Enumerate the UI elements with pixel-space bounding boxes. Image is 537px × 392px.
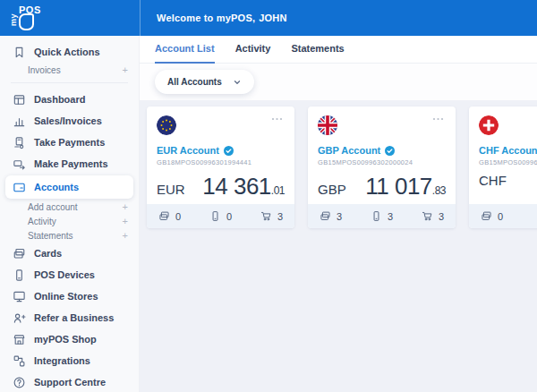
card-footer: 0 0 3 (147, 204, 294, 228)
linked-cards-stat[interactable]: 0 (481, 210, 503, 222)
sidebar-item-dashboard[interactable]: Dashboard (0, 89, 139, 110)
all-accounts-dropdown[interactable]: All Accounts (155, 70, 254, 94)
question-circle-icon (13, 376, 26, 389)
sidebar-item-mypos-shop[interactable]: myPOS Shop (0, 328, 139, 350)
sidebar-item-label: Quick Actions (34, 47, 100, 57)
sidebar-item-label: Dashboard (34, 94, 85, 105)
sidebar-item-accounts[interactable]: Accounts (5, 175, 133, 199)
linked-cards-count: 0 (498, 211, 503, 222)
accounts-panel: EUR Account GB18MPOS00996301994441 EUR 1… (140, 100, 537, 392)
card-menu-icon[interactable] (269, 115, 285, 123)
uk-flag-icon (318, 115, 337, 135)
sidebar-item-label: Integrations (34, 355, 90, 366)
sidebar-subitem-add-account[interactable]: Add account + (0, 200, 139, 214)
sidebar-item-label: Take Payments (34, 137, 105, 148)
filter-bar: All Accounts (140, 64, 537, 100)
sidebar-item-label: Online Stores (34, 291, 98, 302)
account-iban: GB15MPOS009963020 (479, 158, 537, 166)
account-card-chf: CHF Account GB15MPOS009963020 CHF (469, 107, 537, 228)
currency-label: EUR (157, 182, 185, 197)
linked-devices-count: 0 (226, 211, 232, 222)
refer-person-icon (13, 311, 26, 325)
welcome-message: Welcome to myPOS, JOHN (140, 0, 537, 36)
account-card-gbp: GBP Account GB15MPOS00996302000024 GBP 1… (308, 107, 456, 228)
sidebar-subitem-statements[interactable]: Statements + (0, 228, 139, 243)
logo-my-text: my (9, 13, 18, 26)
tab-statements[interactable]: Statements (291, 43, 344, 64)
sidebar-item-cards[interactable]: Cards (0, 243, 139, 264)
bar-chart-icon (13, 115, 26, 128)
sidebar-item-take-payments[interactable]: Take Payments (0, 132, 139, 153)
all-accounts-label: All Accounts (167, 77, 222, 87)
account-balance: 11 017.83 (365, 173, 446, 200)
welcome-username: JOHN (259, 13, 286, 23)
verified-badge-icon (224, 146, 234, 156)
tab-bar: Account List Activity Statements (140, 36, 537, 64)
linked-cards-count: 0 (175, 211, 181, 222)
pos-terminal-coin-icon (13, 136, 26, 149)
plus-icon[interactable]: + (123, 217, 128, 226)
linked-cards-stat[interactable]: 3 (320, 210, 342, 222)
pos-device-icon (13, 268, 26, 282)
sidebar-item-label: Support Centre (34, 377, 106, 388)
tab-activity[interactable]: Activity (235, 43, 271, 64)
sidebar-item-make-payments[interactable]: Make Payments (0, 153, 139, 175)
sidebar-subitem-invoices[interactable]: Invoices + (0, 63, 139, 77)
eu-flag-icon (157, 115, 176, 135)
cards-icon (158, 210, 170, 222)
balance-decimals: .83 (432, 184, 446, 197)
sidebar-item-integrations[interactable]: Integrations (0, 350, 139, 371)
integrations-icon (13, 354, 26, 368)
linked-stores-stat[interactable]: 3 (422, 210, 444, 222)
sidebar-subitem-activity[interactable]: Activity + (0, 214, 139, 228)
account-name-link[interactable]: CHF Account (479, 145, 537, 156)
cards-stack-icon (13, 247, 26, 260)
tab-account-list[interactable]: Account List (155, 43, 215, 64)
plus-icon[interactable]: + (123, 202, 128, 212)
sidebar-item-refer-a-business[interactable]: Refer a Business (0, 307, 139, 328)
mypos-logo[interactable]: POS my (0, 0, 140, 36)
bookmark-icon (13, 46, 26, 59)
credit-card-icon (13, 181, 26, 194)
linked-stores-count: 3 (277, 211, 283, 222)
sidebar-item-pos-devices[interactable]: POS Devices (0, 264, 139, 285)
welcome-prefix: Welcome to myPOS, (157, 13, 255, 23)
card-menu-icon[interactable] (430, 115, 446, 123)
card-footer: 3 3 3 (308, 204, 456, 228)
swiss-flag-icon (479, 115, 499, 135)
linked-cards-stat[interactable]: 0 (158, 210, 181, 222)
sidebar: Quick Actions Invoices + Dashboard Sales… (0, 36, 140, 392)
currency-label: CHF (479, 173, 507, 188)
plus-icon[interactable]: + (123, 231, 128, 241)
linked-stores-stat[interactable]: 3 (260, 210, 283, 222)
account-name-link[interactable]: EUR Account (157, 145, 219, 156)
linked-devices-stat[interactable]: 0 (209, 210, 232, 222)
plus-icon[interactable]: + (123, 65, 128, 75)
balance-decimals: .01 (271, 184, 285, 197)
mypos-logo-mark: POS my (11, 4, 45, 32)
sidebar-item-label: Make Payments (34, 158, 108, 169)
verified-badge-icon (385, 146, 395, 156)
sidebar-item-online-stores[interactable]: Online Stores (0, 285, 139, 307)
sidebar-item-label: Sales/Invoices (34, 115, 102, 126)
cart-icon (260, 210, 272, 222)
sidebar-item-sales-invoices[interactable]: Sales/Invoices (0, 110, 139, 132)
pos-device-icon (209, 210, 221, 222)
sidebar-divider (11, 82, 128, 83)
sidebar-item-quick-actions[interactable]: Quick Actions (0, 41, 139, 63)
cards-icon (320, 210, 331, 222)
account-name-link[interactable]: GBP Account (318, 145, 380, 156)
linked-devices-stat[interactable]: 3 (371, 210, 393, 222)
sidebar-item-label: Activity (28, 217, 56, 226)
currency-label: GBP (318, 182, 346, 197)
cards-icon (481, 210, 492, 222)
sidebar-item-label: POS Devices (34, 269, 95, 280)
sidebar-item-label: Invoices (28, 65, 61, 75)
card-footer: 0 (469, 204, 537, 228)
account-iban: GB18MPOS00996301994441 (157, 158, 285, 166)
sidebar-item-label: myPOS Shop (34, 334, 97, 345)
sidebar-item-label: Add account (28, 202, 78, 212)
sidebar-item-support-centre[interactable]: Support Centre (0, 371, 139, 392)
account-balance: 14 361.01 (202, 173, 285, 200)
linked-devices-count: 3 (388, 211, 393, 222)
